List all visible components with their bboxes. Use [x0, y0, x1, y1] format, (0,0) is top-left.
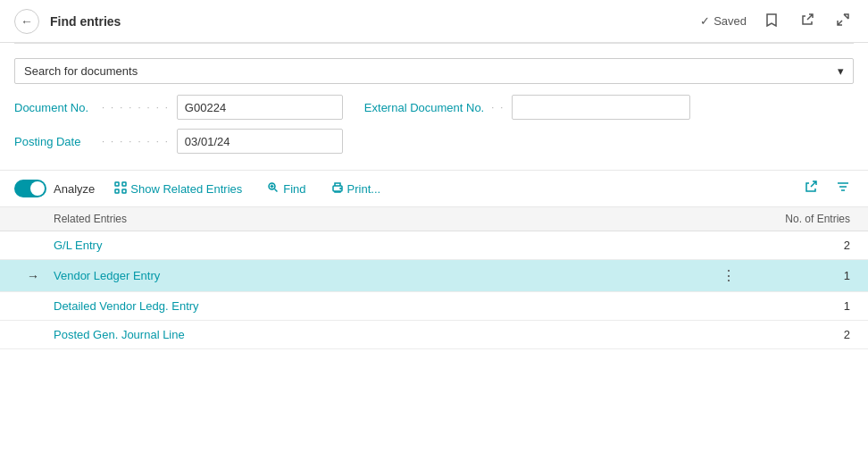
toggle-knob	[30, 181, 45, 196]
app-header: ← Find entries ✓ Saved	[0, 0, 868, 43]
filter-icon-button[interactable]	[832, 176, 854, 201]
posting-date-label: Posting Date	[14, 135, 95, 148]
share-icon-button[interactable]	[800, 176, 822, 201]
analyze-toggle[interactable]	[14, 180, 46, 197]
ext-doc-dots: · ·	[491, 102, 505, 113]
svg-rect-3	[122, 189, 126, 193]
table-row[interactable]: Posted Gen. Journal Line 2	[0, 321, 868, 349]
page-title: Find entries	[50, 14, 121, 29]
ext-doc-field: External Document No. · ·	[364, 95, 691, 120]
header-left: ← Find entries	[14, 9, 121, 34]
doc-no-label: Document No.	[14, 101, 95, 114]
print-icon	[331, 181, 344, 197]
back-button[interactable]: ←	[14, 9, 39, 34]
row-count: 2	[743, 328, 850, 341]
table-header: Related Entries No. of Entries	[0, 207, 868, 231]
row-label: Vendor Ledger Entry	[54, 269, 722, 282]
context-menu-icon[interactable]: ⋮	[722, 267, 736, 284]
table-row[interactable]: → Vendor Ledger Entry ⋮ 1	[0, 260, 868, 292]
svg-rect-1	[122, 182, 126, 186]
posting-date-field: Posting Date · · · · · · · ·	[14, 129, 343, 154]
results-table: Related Entries No. of Entries G/L Entry…	[0, 207, 868, 349]
find-button[interactable]: Find	[262, 178, 311, 200]
doc-no-dots: · · · · · · · ·	[102, 102, 170, 113]
svg-rect-2	[115, 189, 119, 193]
row-count: 1	[743, 269, 850, 282]
svg-rect-0	[115, 182, 119, 186]
svg-point-6	[340, 188, 341, 189]
col-count-header: No. of Entries	[743, 213, 850, 225]
share-button[interactable]	[797, 11, 818, 32]
toolbar-left: Analyze Show Related Entries	[14, 178, 386, 200]
doc-no-field: Document No. · · · · · · · ·	[14, 95, 343, 120]
col-related-header: Related Entries	[54, 213, 743, 225]
table-row[interactable]: G/L Entry 2	[0, 231, 868, 260]
search-dropdown[interactable]: Search for documents ▾	[14, 58, 854, 84]
search-dropdown-label: Search for documents	[24, 64, 138, 78]
expand-button[interactable]	[832, 11, 854, 32]
bookmark-button[interactable]	[761, 11, 782, 32]
form-row-2: Posting Date · · · · · · · ·	[14, 129, 854, 154]
search-section: Search for documents ▾ Document No. · · …	[0, 44, 868, 170]
toolbar-right	[800, 176, 854, 201]
row-label: G/L Entry	[54, 239, 743, 252]
row-arrow: →	[27, 269, 45, 283]
check-icon: ✓	[700, 14, 710, 28]
row-label: Detailed Vendor Ledg. Entry	[54, 299, 743, 313]
action-toolbar: Analyze Show Related Entries	[0, 170, 868, 207]
print-button[interactable]: Print...	[326, 178, 387, 200]
header-right: ✓ Saved	[700, 11, 854, 32]
row-count: 2	[743, 239, 850, 252]
find-label: Find	[283, 182, 305, 196]
row-count: 1	[743, 299, 850, 313]
show-related-label: Show Related Entries	[130, 182, 242, 196]
saved-status: ✓ Saved	[700, 14, 747, 28]
saved-label-text: Saved	[714, 14, 747, 28]
row-label: Posted Gen. Journal Line	[54, 328, 743, 341]
related-entries-icon	[114, 181, 127, 197]
posting-date-dots: · · · · · · · ·	[102, 136, 170, 147]
doc-no-input[interactable]	[177, 95, 343, 120]
find-icon	[267, 181, 280, 197]
table-row[interactable]: Detailed Vendor Ledg. Entry 1	[0, 292, 868, 321]
chevron-down-icon: ▾	[838, 64, 844, 78]
posting-date-input[interactable]	[177, 129, 343, 154]
ext-doc-label: External Document No.	[364, 101, 484, 114]
analyze-label: Analyze	[54, 182, 95, 196]
back-icon: ←	[21, 14, 33, 29]
show-related-button[interactable]: Show Related Entries	[109, 178, 247, 200]
form-row-1: Document No. · · · · · · · · External Do…	[14, 95, 854, 120]
print-label: Print...	[347, 182, 381, 196]
ext-doc-input[interactable]	[512, 95, 690, 120]
analyze-toggle-container: Analyze	[14, 180, 95, 197]
